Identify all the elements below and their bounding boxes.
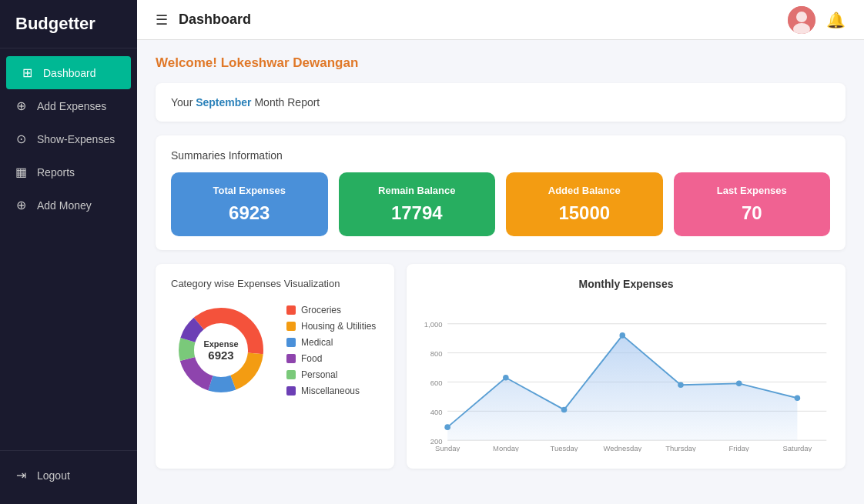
chart-dot-wednesday [619, 332, 625, 339]
summary-added-balance: Added Balance 15000 [506, 172, 663, 236]
legend-label-miscellaneous: Miscellaneous [301, 386, 360, 396]
donut-center-label: Expense [203, 339, 238, 349]
svg-point-1 [796, 12, 807, 22]
sidebar-item-show-expenses[interactable]: ⊙ Show-Expenses [0, 122, 137, 155]
notification-bell-icon[interactable]: 🔔 [826, 11, 846, 29]
add-money-icon: ⊕ [14, 198, 28, 212]
month-report-suffix: Month Report [252, 96, 320, 108]
chart-dot-tuesday [561, 407, 568, 413]
summaries-title: Summaries Information [171, 149, 830, 162]
month-report-month: September [196, 96, 251, 108]
legend-label-medical: Medical [301, 337, 333, 348]
topbar-right: 🔔 [788, 6, 846, 34]
legend-food: Food [286, 353, 376, 364]
legend-label-food: Food [301, 353, 322, 364]
monthly-chart-card: Monthly Expenses 200 400 600 800 1,000 [407, 264, 846, 469]
legend-dot-groceries [286, 305, 296, 315]
legend-dot-miscellaneous [286, 386, 296, 396]
remain-balance-label: Remain Balance [350, 185, 485, 196]
total-expenses-label: Total Expenses [182, 185, 317, 196]
chart-area: Expense 6923 Groceries Housing & Utiliti… [171, 300, 379, 400]
last-expenses-value: 70 [685, 202, 820, 224]
svg-text:Saturday: Saturday [782, 444, 812, 452]
svg-text:Friday: Friday [729, 444, 750, 452]
logout-button[interactable]: ⇥ Logout [0, 459, 137, 492]
logout-label: Logout [37, 469, 70, 482]
legend-personal: Personal [286, 369, 376, 380]
sidebar-label-dashboard: Dashboard [43, 67, 96, 79]
donut-center-value: 6923 [203, 349, 238, 362]
sidebar-item-dashboard[interactable]: ⊞ Dashboard [6, 56, 131, 89]
chart-dot-thursday [678, 382, 684, 388]
summary-total-expenses: Total Expenses 6923 [171, 172, 328, 236]
user-avatar-img [788, 6, 815, 34]
sidebar-item-reports[interactable]: ▦ Reports [0, 155, 137, 189]
chart-dot-friday [736, 381, 742, 387]
sidebar-label-show-expenses: Show-Expenses [37, 133, 115, 145]
topbar: ☰ Dashboard 🔔 [137, 0, 864, 40]
bottom-section: Category wise Expenses Visualization [156, 264, 846, 469]
donut-chart: Expense 6923 [171, 300, 271, 400]
category-chart-card: Category wise Expenses Visualization [156, 264, 394, 469]
monthly-chart-svg: 200 400 600 800 1,000 [422, 298, 830, 452]
sidebar-label-add-money: Add Money [37, 199, 92, 212]
chart-dot-monday [503, 375, 509, 381]
legend-label-groceries: Groceries [301, 305, 341, 315]
summary-remain-balance: Remain Balance 17794 [339, 172, 496, 236]
page-content: Welcome! Lokeshwar Dewangan Your Septemb… [137, 40, 864, 504]
sidebar-item-add-expenses[interactable]: ⊕ Add Expenses [0, 89, 137, 122]
svg-text:600: 600 [430, 379, 443, 387]
category-chart-title: Category wise Expenses Visualization [171, 278, 379, 289]
add-expenses-icon: ⊕ [14, 98, 28, 113]
chart-dot-saturday [795, 396, 801, 402]
summaries-grid: Total Expenses 6923 Remain Balance 17794… [171, 172, 830, 236]
last-expenses-label: Last Expenses [685, 185, 820, 196]
total-expenses-value: 6923 [182, 202, 317, 224]
svg-text:Monday: Monday [493, 444, 519, 452]
svg-text:Sunday: Sunday [435, 444, 460, 452]
legend-dot-food [286, 354, 296, 363]
app-logo: Budgetter [0, 0, 137, 48]
added-balance-value: 15000 [517, 202, 652, 224]
chart-area-fill [447, 335, 797, 440]
summaries-card: Summaries Information Total Expenses 692… [156, 135, 846, 250]
sidebar-item-add-money[interactable]: ⊕ Add Money [0, 189, 137, 222]
svg-text:Thursday: Thursday [665, 444, 696, 452]
summary-last-expenses: Last Expenses 70 [674, 172, 831, 236]
donut-label: Expense 6923 [203, 339, 238, 362]
sidebar: Budgetter ⊞ Dashboard ⊕ Add Expenses ⊙ S… [0, 0, 137, 504]
legend-label-housing: Housing & Utilities [301, 321, 376, 332]
svg-text:1,000: 1,000 [424, 320, 443, 329]
logout-icon: ⇥ [14, 468, 28, 482]
welcome-text: Welcome! Lokeshwar Dewangan [156, 55, 846, 71]
legend-miscellaneous: Miscellaneous [286, 386, 376, 396]
sidebar-label-add-expenses: Add Expenses [37, 100, 106, 112]
legend-dot-medical [286, 338, 296, 347]
main-content: ☰ Dashboard 🔔 Welcome! Lokeshwar Dewanga… [137, 0, 864, 504]
show-expenses-icon: ⊙ [14, 132, 28, 146]
added-balance-label: Added Balance [517, 185, 652, 196]
page-title: Dashboard [179, 12, 251, 28]
legend-groceries: Groceries [286, 305, 376, 315]
svg-text:400: 400 [430, 408, 443, 416]
dashboard-icon: ⊞ [20, 65, 34, 80]
legend-housing: Housing & Utilities [286, 321, 376, 332]
month-report-prefix: Your [171, 96, 196, 108]
svg-text:Tuesday: Tuesday [551, 444, 578, 452]
sidebar-footer: ⇥ Logout [0, 450, 137, 504]
reports-icon: ▦ [14, 165, 28, 179]
legend-dot-housing [286, 322, 296, 331]
chart-dot-sunday [444, 424, 450, 430]
chart-legend: Groceries Housing & Utilities Medical [286, 305, 376, 396]
sidebar-label-reports: Reports [37, 166, 75, 179]
hamburger-icon[interactable]: ☰ [156, 12, 168, 28]
remain-balance-value: 17794 [350, 202, 485, 224]
month-report-card: Your September Month Report [156, 83, 846, 122]
avatar [788, 6, 815, 34]
legend-label-personal: Personal [301, 369, 337, 380]
svg-text:800: 800 [430, 349, 443, 358]
topbar-left: ☰ Dashboard [156, 12, 251, 28]
sidebar-nav: ⊞ Dashboard ⊕ Add Expenses ⊙ Show-Expens… [0, 48, 137, 450]
legend-medical: Medical [286, 337, 376, 348]
svg-text:Wednesday: Wednesday [603, 444, 641, 452]
